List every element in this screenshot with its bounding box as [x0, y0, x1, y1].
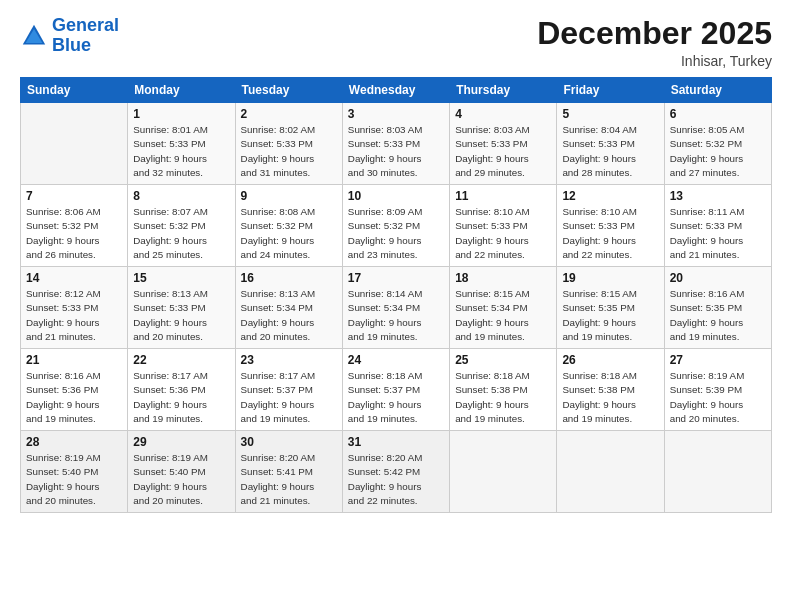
day-info: Sunrise: 8:16 AMSunset: 5:35 PMDaylight:… [670, 287, 766, 344]
subtitle: Inhisar, Turkey [537, 53, 772, 69]
calendar-week-row: 1Sunrise: 8:01 AMSunset: 5:33 PMDaylight… [21, 103, 772, 185]
calendar-cell: 14Sunrise: 8:12 AMSunset: 5:33 PMDayligh… [21, 267, 128, 349]
day-number: 14 [26, 271, 122, 285]
day-info: Sunrise: 8:06 AMSunset: 5:32 PMDaylight:… [26, 205, 122, 262]
calendar-week-row: 14Sunrise: 8:12 AMSunset: 5:33 PMDayligh… [21, 267, 772, 349]
calendar-cell: 2Sunrise: 8:02 AMSunset: 5:33 PMDaylight… [235, 103, 342, 185]
day-number: 7 [26, 189, 122, 203]
day-number: 17 [348, 271, 444, 285]
day-info: Sunrise: 8:16 AMSunset: 5:36 PMDaylight:… [26, 369, 122, 426]
day-number: 23 [241, 353, 337, 367]
day-number: 10 [348, 189, 444, 203]
day-number: 5 [562, 107, 658, 121]
day-number: 29 [133, 435, 229, 449]
day-info: Sunrise: 8:10 AMSunset: 5:33 PMDaylight:… [562, 205, 658, 262]
title-block: December 2025 Inhisar, Turkey [537, 16, 772, 69]
day-number: 30 [241, 435, 337, 449]
calendar-cell: 27Sunrise: 8:19 AMSunset: 5:39 PMDayligh… [664, 349, 771, 431]
calendar-header-row: SundayMondayTuesdayWednesdayThursdayFrid… [21, 78, 772, 103]
day-info: Sunrise: 8:12 AMSunset: 5:33 PMDaylight:… [26, 287, 122, 344]
day-info: Sunrise: 8:19 AMSunset: 5:40 PMDaylight:… [133, 451, 229, 508]
day-number: 4 [455, 107, 551, 121]
day-info: Sunrise: 8:20 AMSunset: 5:42 PMDaylight:… [348, 451, 444, 508]
day-number: 27 [670, 353, 766, 367]
calendar-cell: 5Sunrise: 8:04 AMSunset: 5:33 PMDaylight… [557, 103, 664, 185]
calendar-cell: 8Sunrise: 8:07 AMSunset: 5:32 PMDaylight… [128, 185, 235, 267]
calendar-cell: 13Sunrise: 8:11 AMSunset: 5:33 PMDayligh… [664, 185, 771, 267]
day-info: Sunrise: 8:01 AMSunset: 5:33 PMDaylight:… [133, 123, 229, 180]
calendar-cell: 21Sunrise: 8:16 AMSunset: 5:36 PMDayligh… [21, 349, 128, 431]
calendar-week-row: 7Sunrise: 8:06 AMSunset: 5:32 PMDaylight… [21, 185, 772, 267]
day-info: Sunrise: 8:17 AMSunset: 5:36 PMDaylight:… [133, 369, 229, 426]
day-number: 25 [455, 353, 551, 367]
day-number: 13 [670, 189, 766, 203]
day-info: Sunrise: 8:13 AMSunset: 5:33 PMDaylight:… [133, 287, 229, 344]
calendar-cell [664, 431, 771, 513]
day-info: Sunrise: 8:09 AMSunset: 5:32 PMDaylight:… [348, 205, 444, 262]
day-number: 15 [133, 271, 229, 285]
day-number: 1 [133, 107, 229, 121]
day-number: 8 [133, 189, 229, 203]
calendar-cell: 26Sunrise: 8:18 AMSunset: 5:38 PMDayligh… [557, 349, 664, 431]
logo-line1: General [52, 15, 119, 35]
calendar-cell: 24Sunrise: 8:18 AMSunset: 5:37 PMDayligh… [342, 349, 449, 431]
day-info: Sunrise: 8:17 AMSunset: 5:37 PMDaylight:… [241, 369, 337, 426]
day-info: Sunrise: 8:03 AMSunset: 5:33 PMDaylight:… [348, 123, 444, 180]
calendar-week-row: 21Sunrise: 8:16 AMSunset: 5:36 PMDayligh… [21, 349, 772, 431]
calendar-cell: 20Sunrise: 8:16 AMSunset: 5:35 PMDayligh… [664, 267, 771, 349]
calendar-col-header: Friday [557, 78, 664, 103]
day-number: 21 [26, 353, 122, 367]
day-number: 6 [670, 107, 766, 121]
calendar-cell: 18Sunrise: 8:15 AMSunset: 5:34 PMDayligh… [450, 267, 557, 349]
day-info: Sunrise: 8:19 AMSunset: 5:40 PMDaylight:… [26, 451, 122, 508]
calendar-col-header: Monday [128, 78, 235, 103]
day-number: 11 [455, 189, 551, 203]
calendar-cell: 7Sunrise: 8:06 AMSunset: 5:32 PMDaylight… [21, 185, 128, 267]
day-info: Sunrise: 8:15 AMSunset: 5:35 PMDaylight:… [562, 287, 658, 344]
calendar-cell: 16Sunrise: 8:13 AMSunset: 5:34 PMDayligh… [235, 267, 342, 349]
calendar-cell: 11Sunrise: 8:10 AMSunset: 5:33 PMDayligh… [450, 185, 557, 267]
day-number: 3 [348, 107, 444, 121]
day-info: Sunrise: 8:18 AMSunset: 5:38 PMDaylight:… [455, 369, 551, 426]
calendar-col-header: Tuesday [235, 78, 342, 103]
calendar-cell: 9Sunrise: 8:08 AMSunset: 5:32 PMDaylight… [235, 185, 342, 267]
logo-icon [20, 22, 48, 50]
calendar-cell: 3Sunrise: 8:03 AMSunset: 5:33 PMDaylight… [342, 103, 449, 185]
day-number: 22 [133, 353, 229, 367]
day-info: Sunrise: 8:05 AMSunset: 5:32 PMDaylight:… [670, 123, 766, 180]
day-info: Sunrise: 8:18 AMSunset: 5:37 PMDaylight:… [348, 369, 444, 426]
day-info: Sunrise: 8:14 AMSunset: 5:34 PMDaylight:… [348, 287, 444, 344]
calendar-cell: 30Sunrise: 8:20 AMSunset: 5:41 PMDayligh… [235, 431, 342, 513]
logo-text: General Blue [52, 16, 119, 56]
calendar-col-header: Thursday [450, 78, 557, 103]
calendar-col-header: Wednesday [342, 78, 449, 103]
day-number: 16 [241, 271, 337, 285]
calendar-cell: 17Sunrise: 8:14 AMSunset: 5:34 PMDayligh… [342, 267, 449, 349]
header: General Blue December 2025 Inhisar, Turk… [20, 16, 772, 69]
calendar-col-header: Sunday [21, 78, 128, 103]
day-info: Sunrise: 8:02 AMSunset: 5:33 PMDaylight:… [241, 123, 337, 180]
calendar-cell: 4Sunrise: 8:03 AMSunset: 5:33 PMDaylight… [450, 103, 557, 185]
calendar-cell: 31Sunrise: 8:20 AMSunset: 5:42 PMDayligh… [342, 431, 449, 513]
day-info: Sunrise: 8:08 AMSunset: 5:32 PMDaylight:… [241, 205, 337, 262]
day-number: 12 [562, 189, 658, 203]
day-number: 18 [455, 271, 551, 285]
day-number: 19 [562, 271, 658, 285]
day-number: 28 [26, 435, 122, 449]
calendar-cell [557, 431, 664, 513]
calendar-table: SundayMondayTuesdayWednesdayThursdayFrid… [20, 77, 772, 513]
calendar-week-row: 28Sunrise: 8:19 AMSunset: 5:40 PMDayligh… [21, 431, 772, 513]
calendar-cell: 23Sunrise: 8:17 AMSunset: 5:37 PMDayligh… [235, 349, 342, 431]
calendar-cell: 1Sunrise: 8:01 AMSunset: 5:33 PMDaylight… [128, 103, 235, 185]
day-info: Sunrise: 8:10 AMSunset: 5:33 PMDaylight:… [455, 205, 551, 262]
calendar-cell [450, 431, 557, 513]
day-number: 20 [670, 271, 766, 285]
day-info: Sunrise: 8:20 AMSunset: 5:41 PMDaylight:… [241, 451, 337, 508]
day-info: Sunrise: 8:15 AMSunset: 5:34 PMDaylight:… [455, 287, 551, 344]
day-number: 9 [241, 189, 337, 203]
calendar-cell: 15Sunrise: 8:13 AMSunset: 5:33 PMDayligh… [128, 267, 235, 349]
main-title: December 2025 [537, 16, 772, 51]
calendar-cell: 10Sunrise: 8:09 AMSunset: 5:32 PMDayligh… [342, 185, 449, 267]
day-number: 31 [348, 435, 444, 449]
calendar-cell: 28Sunrise: 8:19 AMSunset: 5:40 PMDayligh… [21, 431, 128, 513]
